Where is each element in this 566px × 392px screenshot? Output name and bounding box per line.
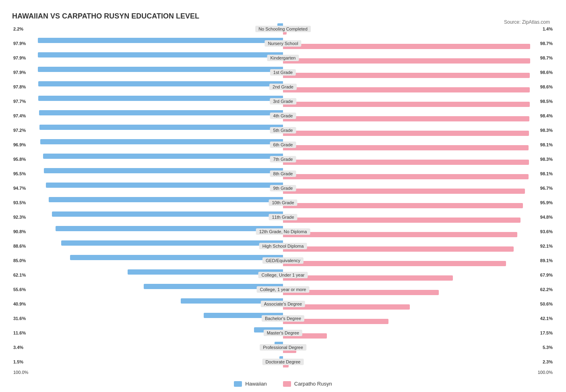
bar-area: Professional Degree bbox=[33, 341, 533, 354]
bar-area: No Schooling Completed bbox=[33, 23, 533, 35]
bar-row: 97.7%98.5%3rd Grade bbox=[13, 95, 553, 108]
bar-row: 31.6%42.1%Bachelor's Degree bbox=[13, 312, 553, 325]
bar-area: 6th Grade bbox=[33, 138, 533, 151]
left-value: 96.9% bbox=[13, 142, 29, 147]
carpatho-bar bbox=[283, 275, 453, 281]
left-value: 92.3% bbox=[13, 215, 29, 220]
right-value: 50.6% bbox=[537, 302, 553, 306]
bar-area: 7th Grade bbox=[33, 153, 533, 166]
left-value: 85.0% bbox=[13, 258, 29, 263]
center-label: 8th Grade bbox=[270, 170, 296, 177]
hawaiian-bar bbox=[49, 197, 283, 202]
center-label: 4th Grade bbox=[270, 113, 296, 119]
right-value: 98.6% bbox=[537, 84, 553, 89]
center-label: Professional Degree bbox=[260, 344, 306, 351]
bar-row: 97.9%98.7%Nursery School bbox=[13, 37, 553, 50]
left-value: 55.6% bbox=[13, 287, 29, 292]
carpatho-bar bbox=[283, 174, 529, 179]
bar-area: Doctorate Degree bbox=[33, 355, 533, 368]
carpatho-bar bbox=[283, 102, 530, 107]
hawaiian-bar bbox=[39, 125, 283, 130]
chart-container: HAWAIIAN VS CARPATHO RUSYN EDUCATION LEV… bbox=[0, 0, 566, 392]
bar-area: GED/Equivalency bbox=[33, 254, 533, 267]
hawaiian-bar bbox=[46, 183, 283, 188]
hawaiian-bar bbox=[40, 139, 283, 144]
right-value: 98.6% bbox=[537, 70, 553, 75]
center-label: Bachelor's Degree bbox=[262, 315, 304, 322]
right-value: 42.1% bbox=[537, 316, 553, 321]
right-value: 94.8% bbox=[537, 215, 553, 220]
bar-row: 2.2%1.4%No Schooling Completed bbox=[13, 23, 553, 35]
hawaiian-bar bbox=[38, 81, 283, 86]
bars-container: 2.2%1.4%No Schooling Completed97.9%98.7%… bbox=[13, 23, 553, 368]
legend-carpatho-label: Carpatho Rusyn bbox=[294, 381, 332, 387]
legend-carpatho: Carpatho Rusyn bbox=[283, 381, 332, 387]
right-value: 96.7% bbox=[537, 186, 553, 191]
center-label: 5th Grade bbox=[270, 127, 296, 133]
hawaiian-bar bbox=[43, 154, 283, 159]
bar-row: 90.8%93.6%12th Grade, No Diploma bbox=[13, 225, 553, 238]
bar-area: Master's Degree bbox=[33, 326, 533, 339]
bar-row: 97.8%98.6%2nd Grade bbox=[13, 80, 553, 93]
carpatho-bar bbox=[283, 218, 521, 223]
bar-row: 93.5%95.9%10th Grade bbox=[13, 196, 553, 209]
hawaiian-bar bbox=[38, 96, 283, 101]
hawaiian-bar bbox=[38, 38, 283, 43]
left-value: 90.8% bbox=[13, 229, 29, 234]
chart-title: HAWAIIAN VS CARPATHO RUSYN EDUCATION LEV… bbox=[8, 12, 558, 21]
left-value: 97.8% bbox=[13, 84, 29, 89]
right-value: 67.9% bbox=[537, 273, 553, 277]
bar-area: 11th Grade bbox=[33, 211, 533, 224]
left-value: 95.5% bbox=[13, 171, 29, 176]
center-label: No Schooling Completed bbox=[255, 26, 311, 32]
center-label: 7th Grade bbox=[270, 156, 296, 162]
bar-area: High School Diploma bbox=[33, 240, 533, 252]
left-value: 40.9% bbox=[13, 302, 29, 306]
right-value: 98.5% bbox=[537, 99, 553, 104]
left-value: 1.5% bbox=[13, 359, 29, 364]
hawaiian-bar bbox=[52, 211, 283, 217]
center-label: 9th Grade bbox=[270, 185, 296, 191]
center-label: 6th Grade bbox=[270, 142, 296, 148]
legend-hawaiian-label: Hawaiian bbox=[245, 381, 266, 387]
bar-row: 62.1%67.9%College, Under 1 year bbox=[13, 269, 553, 281]
center-label: 3rd Grade bbox=[270, 98, 296, 105]
center-label: GED/Equivalency bbox=[262, 257, 304, 264]
left-value: 97.9% bbox=[13, 55, 29, 60]
bar-area: 10th Grade bbox=[33, 196, 533, 209]
hawaiian-bar bbox=[70, 255, 283, 260]
left-value: 97.2% bbox=[13, 128, 29, 133]
hawaiian-bar bbox=[39, 110, 283, 115]
left-value: 88.6% bbox=[13, 244, 29, 248]
bar-row: 94.7%96.7%9th Grade bbox=[13, 182, 553, 195]
bar-area: Kindergarten bbox=[33, 51, 533, 64]
bar-row: 95.5%98.1%8th Grade bbox=[13, 167, 553, 180]
right-value: 98.7% bbox=[537, 55, 553, 60]
bar-area: 8th Grade bbox=[33, 167, 533, 180]
bar-row: 97.9%98.6%1st Grade bbox=[13, 66, 553, 79]
right-value: 1.4% bbox=[537, 27, 553, 31]
left-value: 11.6% bbox=[13, 330, 29, 335]
carpatho-bar bbox=[283, 232, 517, 237]
carpatho-bar bbox=[283, 73, 530, 78]
center-label: 11th Grade bbox=[269, 214, 297, 220]
center-label: 1st Grade bbox=[270, 69, 296, 76]
carpatho-bar bbox=[283, 58, 530, 64]
center-label: 10th Grade bbox=[269, 199, 297, 206]
center-label: Nursery School bbox=[264, 40, 301, 47]
bar-row: 88.6%92.1%High School Diploma bbox=[13, 240, 553, 252]
carpatho-bar bbox=[283, 87, 530, 92]
right-value: 92.1% bbox=[537, 244, 553, 248]
bar-row: 97.4%98.4%4th Grade bbox=[13, 109, 553, 122]
right-value: 5.3% bbox=[537, 345, 553, 350]
center-label: Master's Degree bbox=[264, 330, 302, 336]
bar-area: 4th Grade bbox=[33, 109, 533, 122]
bar-row: 97.2%98.3%5th Grade bbox=[13, 124, 553, 137]
hawaiian-bar bbox=[56, 226, 283, 231]
legend-carpatho-box bbox=[283, 381, 291, 387]
bar-row: 95.8%98.3%7th Grade bbox=[13, 153, 553, 166]
legend-hawaiian: Hawaiian bbox=[234, 381, 266, 387]
left-value: 3.4% bbox=[13, 345, 29, 350]
bottom-labels: 100.0% 100.0% bbox=[13, 370, 553, 375]
bottom-right-label: 100.0% bbox=[538, 370, 553, 375]
